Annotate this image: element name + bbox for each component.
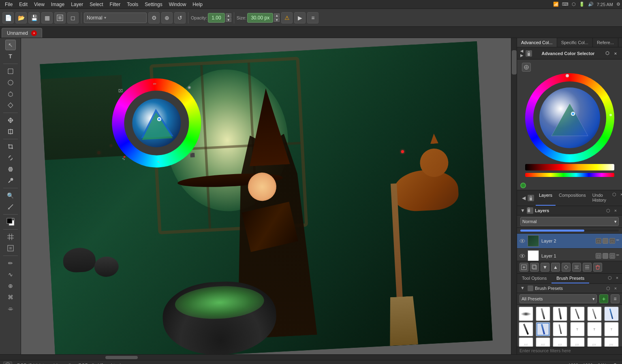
layer-1-icon-2[interactable] [603,253,608,259]
color-wheel-canvas-overlay[interactable]: ✏ ◉ ⬛ ↖ ∿ ⌧ [109,76,203,170]
color-gradient-bar[interactable] [525,164,614,170]
select-region-button[interactable] [5,243,16,253]
brush-menu-btn[interactable]: ≡ [611,294,620,303]
brush-preset-9[interactable] [553,322,567,336]
brush-filter-dropdown[interactable]: All Presets ▾ [519,294,597,303]
brush-search-input[interactable] [517,347,622,354]
artwork-canvas[interactable] [40,41,492,354]
layer-visibility-1[interactable] [519,253,525,259]
move-tool-button[interactable] [5,115,16,126]
brush-preset-3[interactable] [553,307,567,321]
color-settings-btn[interactable] [522,63,531,72]
measure-tool-button[interactable] [5,202,16,212]
brush-preset-4[interactable] [570,307,585,321]
brush-preset-11[interactable]: T [587,322,602,336]
brush-select-button[interactable] [54,12,66,23]
new-button[interactable]: 📄 [2,12,14,23]
statusbar-icon[interactable] [3,362,12,364]
brush-preset-17[interactable]: /// [587,337,602,347]
color-selector-inner[interactable] [539,87,600,148]
layer-1-edit[interactable]: ✏ [616,253,620,259]
move-layer-down-btn[interactable]: ▼ [541,263,549,272]
grid-toggle-button[interactable] [5,232,16,242]
delete-layer-btn[interactable] [593,263,602,272]
size-spinner[interactable]: ▲ ▼ [274,13,280,22]
layers-btn[interactable]: ≡ [307,12,318,23]
layers-lock-icon[interactable] [528,195,534,201]
lasso-select-button[interactable] [5,89,16,99]
scrollbar-thumb-v[interactable] [512,50,517,75]
layers-sub-close[interactable]: × [612,207,619,214]
add-layer-btn[interactable] [519,263,528,272]
brush-preset-16[interactable]: /// [570,337,585,347]
brush-preset-1[interactable] [519,307,533,321]
tab-close-button[interactable]: × [31,30,37,36]
layers-arrow-icon[interactable]: ▼ [520,208,526,213]
brush-preset-14[interactable]: /// [536,337,550,347]
warp-tool-button[interactable]: ⌘ [5,292,16,302]
menu-select[interactable]: Select [86,1,106,8]
scrollbar-thumb-h[interactable] [105,356,138,359]
move-layer-up-btn[interactable]: ▲ [551,263,560,272]
layer-item-1[interactable]: Layer 1 ⬚ ⬚ ✏ [517,249,622,261]
menu-edit[interactable]: Edit [16,1,31,8]
menu-filter[interactable]: Filter [107,1,124,8]
brush-preset-5[interactable] [587,307,602,321]
cursor-tool-button[interactable]: ↖ [5,40,16,50]
brush-panel-float2[interactable]: ⬡ [605,285,611,292]
save-button[interactable]: 💾 [28,12,40,23]
size-up[interactable]: ▲ [274,13,280,17]
zoom-tool-button[interactable]: 🔍 [5,190,16,201]
layers-sub-float[interactable]: ⬡ [605,207,611,214]
panel-lock-icon[interactable] [526,50,532,57]
smudge-tool-button[interactable]: ∿ [5,269,16,280]
open-button[interactable]: 📂 [15,12,27,23]
statusbar-settings-btn[interactable]: ⚙ [611,362,619,364]
panel-float-btn[interactable]: ⬡ [604,50,611,57]
layers-sub-lock[interactable] [527,207,533,214]
brush-preset-13[interactable]: /// [519,337,533,347]
color-wheel-widget[interactable] [525,73,614,162]
foreground-bg-colors[interactable] [5,217,16,227]
opacity-down[interactable]: ▼ [226,18,231,22]
brush-panel-close[interactable]: × [614,275,620,281]
brush-preset-6[interactable] [604,307,619,321]
menu-window[interactable]: Window [166,1,190,8]
layer-1-icon-1[interactable]: ⬚ [596,253,601,259]
tab-brush-presets[interactable]: Brush Presets [551,274,589,283]
opacity-input[interactable]: 1.00 [208,13,224,23]
layer-2-edit[interactable]: ✏ [616,238,620,244]
document-tab[interactable]: Unnamed × [2,28,42,38]
refresh-btn[interactable]: ↺ [174,12,186,23]
tab-tool-options[interactable]: Tool Options [517,274,551,283]
layers-panel-arrow-left[interactable]: ◀ [520,195,527,201]
opacity-spinner[interactable]: ▲ ▼ [226,13,231,22]
menu-tools[interactable]: Tools [124,1,141,8]
pattern-button[interactable]: ▦ [41,12,53,23]
hue-bar[interactable] [525,173,614,177]
ellipse-select-button[interactable] [5,77,16,88]
rotate-tool-button[interactable] [5,153,16,163]
fuzzy-select-button[interactable] [5,100,16,111]
brush-arrow[interactable]: ▼ [520,285,526,291]
brush-preset-7[interactable] [519,322,533,336]
tab-advanced-color[interactable]: Advanced Col... [517,38,557,47]
rectangle-select-button[interactable] [5,66,16,77]
warning-btn[interactable]: ⚠ [281,12,293,23]
color-picker-button[interactable] [5,175,16,186]
anchor-layer-btn[interactable] [562,263,571,272]
canvas-scrollbar-vertical[interactable] [511,38,517,354]
merge-layer-btn[interactable] [572,263,581,272]
layer-visibility-2[interactable] [519,238,525,244]
tab-specific-color[interactable]: Specific Col... [557,38,593,47]
layer-2-icon-1[interactable]: ⬚ [596,238,601,244]
eraser-tool-button[interactable]: ◻ [67,12,79,23]
tool-options-btn[interactable]: ⚙ [148,12,160,23]
size-input[interactable]: 30.00 px [247,13,273,23]
opacity-progress-bg[interactable] [520,230,619,232]
paint-bucket-button[interactable] [5,164,16,175]
layers-panel-close-btn[interactable]: × [618,191,622,198]
menu-settings[interactable]: Settings [141,1,165,8]
align-tool-button[interactable] [5,126,16,137]
size-down[interactable]: ▼ [274,18,280,22]
